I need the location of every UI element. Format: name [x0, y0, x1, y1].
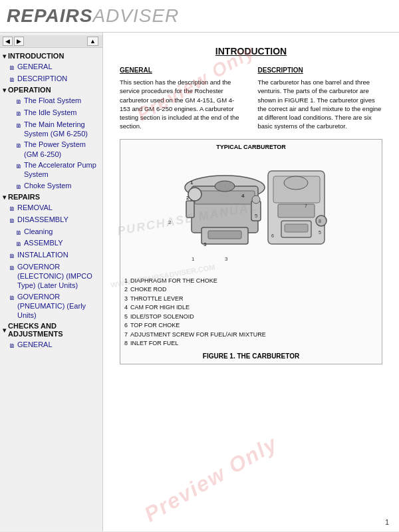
sidebar-item-choke-system[interactable]: Choke System [0, 180, 102, 192]
svg-text:3: 3 [203, 241, 207, 247]
diagram-caption: FIGURE 1. THE CARBURETOR [124, 352, 378, 360]
carburetor-svg: 1 2 3 4 5 [152, 158, 351, 267]
sidebar-item-cleaning[interactable]: Cleaning [0, 226, 102, 238]
part-5: 5IDLE/STOP SOLENOID [124, 313, 378, 322]
svg-text:5: 5 [319, 230, 321, 235]
sidebar-item-general[interactable]: GENERAL [0, 61, 102, 73]
doc-icon [16, 182, 22, 192]
svg-rect-17 [278, 204, 315, 217]
sidebar-fwd-button[interactable]: ▶ [14, 37, 24, 46]
doc-icon [16, 108, 22, 118]
sidebar-scroll-up-button[interactable]: ▲ [87, 37, 98, 46]
page-number: 1 [385, 518, 389, 526]
tree-label: Choke System [24, 181, 100, 190]
doc-icon [9, 293, 15, 303]
parts-list: 1DIAPHRAGM FOR THE CHOKE 2CHOKE ROD 3THR… [124, 277, 378, 348]
doc-icon [16, 96, 22, 106]
diagram-box: TYPICAL CARBURETOR [120, 139, 382, 364]
general-text: This section has the description and the… [120, 78, 245, 131]
doc-icon [9, 215, 15, 225]
svg-text:2: 2 [168, 219, 172, 225]
sidebar-item-removal[interactable]: REMOVAL [0, 202, 102, 214]
part-3: 3THROTTLE LEVER [124, 295, 378, 304]
tree-label: The Power System (GM 6-250) [24, 140, 100, 159]
sidebar-item-description[interactable]: DESCRIPTION [0, 73, 102, 85]
part-7: 7ADJUSTMENT SCREW FOR FUEL/AIR MIXTURE [124, 331, 378, 340]
tree-label: GOVERNOR (PNEUMATIC) (Early Units) [17, 292, 100, 321]
tree-label: GENERAL [17, 340, 100, 349]
doc-icon [16, 239, 22, 249]
sidebar-section-introduction[interactable]: INTRODUCTION [0, 51, 102, 61]
sidebar-item-disassembly[interactable]: DISASSEMBLY [0, 214, 102, 226]
sidebar-item-main-metering[interactable]: The Main Metering System (GM 6-250) [0, 119, 102, 140]
doc-icon [16, 120, 22, 130]
doc-icon [9, 63, 15, 72]
expand-icon [3, 53, 6, 60]
svg-text:1: 1 [192, 256, 195, 262]
part-8: 8INLET FOR FUEL [124, 339, 378, 348]
sidebar[interactable]: ◀ ▶ ▲ INTRODUCTION GENERAL DESCRIPTION O… [0, 33, 103, 531]
description-header: DESCRIPTION [258, 66, 383, 75]
tree-label: GENERAL [17, 62, 100, 71]
sidebar-item-idle-system[interactable]: The Idle System [0, 107, 102, 119]
description-column: DESCRIPTION The carburetor has one barre… [258, 66, 383, 131]
doc-icon [16, 140, 22, 150]
svg-point-6 [215, 181, 235, 192]
section-label: CHECKS AND ADJUSTMENTS [8, 322, 100, 338]
svg-text:3: 3 [225, 256, 228, 262]
sidebar-toolbar: ◀ ▶ ▲ [0, 35, 102, 48]
doc-icon [9, 263, 15, 273]
sidebar-back-button[interactable]: ◀ [3, 37, 13, 46]
sidebar-item-general2[interactable]: GENERAL [0, 339, 102, 351]
part-1: 1DIAPHRAGM FOR THE CHOKE [124, 277, 378, 286]
description-text: The carburetor has one barrel and three … [258, 78, 383, 131]
tree-label: The Float System [24, 96, 100, 105]
expand-icon [3, 327, 6, 334]
doc-icon [9, 74, 15, 84]
tree-label: INSTALLATION [17, 250, 100, 259]
sidebar-item-governor-pneu[interactable]: GOVERNOR (PNEUMATIC) (Early Units) [0, 291, 102, 321]
sidebar-item-installation[interactable]: INSTALLATION [0, 249, 102, 261]
content-area: Preview Only PURCHASE MANUAL Preview Onl… [103, 33, 399, 531]
tree-label: DESCRIPTION [17, 74, 100, 83]
page-title: INTRODUCTION [120, 46, 382, 57]
svg-text:2: 2 [186, 195, 190, 201]
general-header: GENERAL [120, 66, 245, 75]
sidebar-section-checks[interactable]: CHECKS AND ADJUSTMENTS [0, 321, 102, 339]
tree-label: Cleaning [24, 227, 100, 236]
tree-label: ASSEMBLY [24, 238, 100, 247]
part-6: 6TOP FOR CHOKE [124, 321, 378, 331]
expand-icon [3, 194, 6, 201]
logo-adviser: ADVISER [92, 5, 179, 26]
tree-label: GOVERNOR (ELECTONIC) (IMPCO Type) (Later… [17, 262, 100, 291]
intro-columns: GENERAL This section has the description… [120, 66, 382, 131]
sidebar-section-operation[interactable]: OPERATION [0, 84, 102, 95]
doc-icon [16, 227, 22, 237]
sidebar-item-assembly[interactable]: ASSEMBLY [0, 237, 102, 249]
svg-text:6: 6 [271, 233, 274, 238]
sidebar-section-repairs[interactable]: REPAIRS [0, 192, 102, 202]
sidebar-item-float-system[interactable]: The Float System [0, 95, 102, 107]
svg-point-20 [316, 215, 327, 226]
doc-icon [9, 340, 15, 350]
watermark-preview-2: Preview Only [140, 431, 282, 527]
section-label: INTRODUCTION [8, 52, 64, 60]
header: REPAIRSADVISER [0, 0, 399, 33]
site-logo: REPAIRSADVISER [7, 5, 392, 27]
logo-repairs: REPAIRS [7, 5, 92, 26]
svg-point-8 [252, 196, 260, 203]
tree-label: The Accelerator Pump System [24, 160, 100, 180]
sidebar-item-power-system[interactable]: The Power System (GM 6-250) [0, 139, 102, 160]
tree-label: DISASSEMBLY [17, 215, 100, 224]
sidebar-item-governor-elec[interactable]: GOVERNOR (ELECTONIC) (IMPCO Type) (Later… [0, 261, 102, 291]
svg-text:8: 8 [319, 219, 321, 223]
svg-rect-9 [186, 201, 194, 217]
sidebar-item-accelerator-pump[interactable]: The Accelerator Pump System [0, 160, 102, 180]
svg-text:7: 7 [305, 203, 307, 208]
svg-text:1: 1 [190, 180, 194, 186]
tree-label: The Idle System [24, 108, 100, 117]
diagram-inner: 1 2 3 4 5 [124, 153, 378, 273]
doc-icon [16, 161, 22, 171]
tree-label: The Main Metering System (GM 6-250) [24, 120, 100, 139]
doc-icon [9, 203, 15, 213]
